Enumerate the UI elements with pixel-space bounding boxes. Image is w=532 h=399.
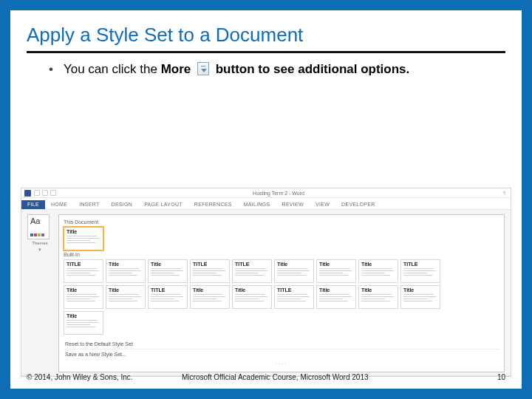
theme-swatches — [30, 233, 44, 236]
bullet-text: You can click the More button to see add… — [64, 61, 409, 78]
tile-heading: Title — [319, 262, 353, 267]
quick-access-toolbar — [34, 190, 56, 196]
tab-review[interactable]: REVIEW — [276, 200, 310, 209]
design-gallery: Aa Themes ▾ This Document Title Built-In — [21, 209, 511, 376]
bullet-strong: More — [161, 62, 191, 76]
title-rule — [27, 51, 505, 53]
tab-references[interactable]: REFERENCES — [188, 200, 238, 209]
bullet-pre: You can click the — [64, 62, 161, 76]
bullet-item: • You can click the More button to see a… — [27, 61, 505, 78]
style-tile[interactable]: Title — [232, 285, 272, 309]
qat-undo-icon[interactable] — [42, 190, 48, 196]
bullet-post: button to see additional options. — [216, 62, 410, 76]
tile-heading: Title — [361, 262, 395, 267]
word-app-icon — [24, 190, 31, 197]
ribbon-tabs: FILE HOME INSERT DESIGN PAGE LAYOUT REFE… — [21, 198, 511, 209]
slide-frame: Apply a Style Set to a Document • You ca… — [0, 0, 532, 399]
slide-title: Apply a Style Set to a Document — [27, 24, 505, 47]
builtin-row-3: Title — [64, 311, 499, 335]
builtin-row-2: TitleTitleTITLETitleTitleTITLETitleTitle… — [64, 285, 499, 309]
style-tile-current[interactable]: Title — [64, 227, 103, 250]
tile-heading: TITLE — [235, 262, 269, 267]
tab-insert[interactable]: INSERT — [73, 200, 105, 209]
style-tile[interactable]: TITLE — [190, 259, 230, 283]
themes-dropdown-icon[interactable]: ▾ — [27, 247, 52, 253]
tile-heading: Title — [109, 287, 143, 293]
tile-heading: TITLE — [277, 287, 311, 293]
style-tile[interactable]: Title — [106, 259, 146, 283]
style-tile[interactable]: Title — [358, 285, 398, 309]
tile-heading: Title — [403, 287, 437, 293]
tile-heading: TITLE — [151, 287, 185, 293]
style-tile[interactable]: TITLE — [274, 285, 314, 309]
tile-heading: Title — [193, 287, 227, 293]
word-titlebar: Hosting Term 2 - Word ? — [21, 188, 511, 198]
style-tile[interactable]: Title — [148, 259, 188, 283]
tab-view[interactable]: VIEW — [310, 200, 335, 209]
tile-heading: Title — [66, 229, 100, 234]
tab-page-layout[interactable]: PAGE LAYOUT — [138, 200, 188, 209]
style-tile[interactable]: Title — [64, 311, 103, 335]
swatch — [34, 233, 37, 236]
window-title: Hosting Term 2 - Word — [59, 191, 498, 196]
help-icon[interactable]: ? — [501, 190, 508, 197]
group-this-document: This Document — [64, 219, 499, 225]
style-tile[interactable]: Title — [316, 285, 356, 309]
tile-heading: TITLE — [66, 262, 100, 267]
footer-page-number: 10 — [483, 373, 505, 381]
tile-heading: Title — [66, 287, 100, 293]
style-tile[interactable]: Title — [316, 259, 356, 283]
tile-heading: Title — [151, 262, 185, 267]
swatch — [38, 233, 41, 236]
tile-heading: Title — [235, 287, 269, 293]
qat-redo-icon[interactable] — [50, 190, 56, 196]
footer-course: Microsoft Official Academic Course, Micr… — [182, 373, 483, 381]
style-tile[interactable]: Title — [106, 285, 146, 309]
slide-footer: © 2014, John Wiley & Sons, Inc. Microsof… — [27, 373, 505, 381]
tab-home[interactable]: HOME — [45, 200, 73, 209]
style-tile[interactable]: Title — [358, 259, 398, 283]
swatch — [41, 233, 44, 236]
builtin-row-1: TITLETitleTitleTITLETITLETitleTitleTitle… — [64, 259, 499, 283]
style-tile[interactable]: Title — [190, 285, 230, 309]
tile-heading: Title — [66, 313, 100, 318]
tile-heading: Title — [277, 262, 311, 267]
group-builtin: Built-In — [64, 252, 499, 257]
bullet-marker: • — [49, 61, 53, 78]
tab-mailings[interactable]: MAILINGS — [238, 200, 276, 209]
tab-developer[interactable]: DEVELOPER — [335, 200, 381, 209]
tab-design[interactable]: DESIGN — [106, 200, 139, 209]
style-tile[interactable]: TITLE — [400, 259, 440, 283]
slide-content: Apply a Style Set to a Document • You ca… — [10, 10, 522, 78]
menu-save-new[interactable]: Save as a New Style Set... — [64, 349, 499, 359]
style-sets-panel: This Document Title Built-In TITLETitleT… — [58, 214, 505, 372]
swatch — [30, 233, 33, 236]
style-tile[interactable]: Title — [274, 259, 314, 283]
footer-copyright: © 2014, John Wiley & Sons, Inc. — [27, 373, 182, 381]
row-this-document: Title — [64, 227, 499, 250]
tile-heading: TITLE — [193, 262, 227, 267]
style-tile[interactable]: TITLE — [148, 285, 188, 309]
style-tile[interactable]: TITLE — [232, 259, 272, 283]
tile-heading: TITLE — [403, 262, 437, 267]
themes-label: Themes — [27, 241, 52, 245]
more-icon — [197, 62, 209, 75]
themes-button[interactable]: Aa — [27, 214, 50, 239]
style-tile[interactable]: Title — [400, 285, 440, 309]
tab-file[interactable]: FILE — [21, 200, 45, 209]
themes-group: Aa Themes ▾ — [27, 214, 52, 372]
themes-aa-icon: Aa — [30, 216, 40, 225]
tile-heading: Title — [109, 262, 143, 267]
tile-heading: Title — [361, 287, 395, 293]
style-tile[interactable]: Title — [64, 285, 103, 309]
gallery-grip-icon[interactable]: ···· — [64, 359, 499, 367]
style-tile[interactable]: TITLE — [64, 259, 103, 283]
menu-reset-default[interactable]: Reset to the Default Style Set — [64, 339, 499, 349]
tile-heading: Title — [319, 287, 353, 293]
qat-save-icon[interactable] — [34, 190, 40, 196]
word-screenshot: Hosting Term 2 - Word ? FILE HOME INSERT… — [21, 188, 511, 377]
